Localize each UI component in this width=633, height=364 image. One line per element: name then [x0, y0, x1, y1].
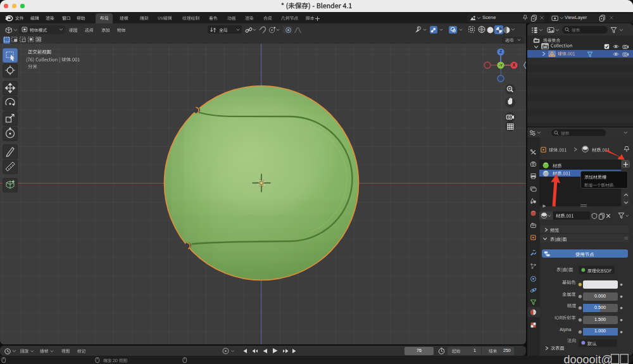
svg-text:Z: Z [499, 49, 502, 54]
svg-text:-Y: -Y [499, 63, 503, 67]
svg-text:X: X [513, 63, 516, 67]
